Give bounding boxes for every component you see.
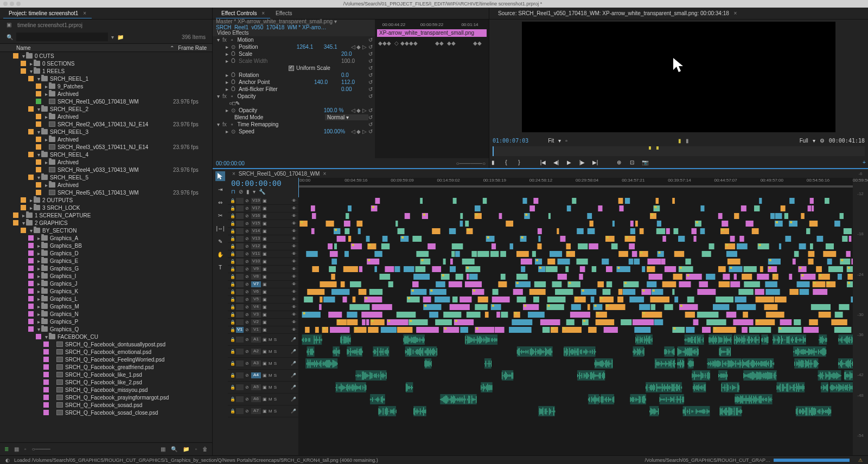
audio-track-header[interactable]: 🔒⊘A6▣MS🎤: [228, 394, 298, 405]
new-bin-icon[interactable]: 📁: [183, 446, 189, 452]
keyframe-icon[interactable]: ◇ ◆◆◆◆: [394, 40, 418, 46]
close-icon[interactable]: ×: [83, 10, 86, 16]
col-name[interactable]: Name: [16, 45, 170, 51]
close-icon[interactable]: ×: [323, 171, 326, 177]
disclosure-arrow-icon[interactable]: ▸: [28, 61, 34, 67]
close-icon[interactable]: ×: [261, 10, 265, 16]
fx-effect-header[interactable]: ▾fx▫Opacity↺: [213, 93, 375, 100]
tree-item[interactable]: SRCH_Q_Facebook_like_1.psd: [0, 371, 212, 378]
keyframe-icon[interactable]: ◆◆: [473, 40, 482, 46]
tree-item[interactable]: ▾BY_SECTION: [0, 227, 212, 234]
tree-item[interactable]: SRCH_Q_Facebook_FeelingWorried.psd: [0, 356, 212, 363]
disclosure-arrow-icon[interactable]: ▸: [36, 311, 41, 317]
video-track-header[interactable]: 🔒⊘V12▣👁: [228, 243, 298, 250]
source-timecode-in[interactable]: 01:00:07:03: [493, 138, 528, 144]
video-track-header[interactable]: 🔒⊘V6▣👁: [228, 288, 298, 296]
icon-view-icon[interactable]: ▦: [14, 446, 19, 452]
disclosure-arrow-icon[interactable]: ▾: [36, 152, 41, 158]
settings-icon[interactable]: ⚙: [820, 138, 825, 144]
warning-icon[interactable]: ⚠: [858, 457, 863, 463]
linked-selection-icon[interactable]: ⊘: [239, 189, 243, 195]
tree-item[interactable]: SRCH_Q_Facebook_sosad.psd: [0, 401, 212, 409]
marker-in-icon[interactable]: [649, 146, 651, 150]
video-track-header[interactable]: 🔒⊘V17▣👁: [228, 205, 298, 212]
video-track-header[interactable]: 🔒⊘V9▣👁: [228, 266, 298, 273]
tree-item[interactable]: SRCH_Reel1_v050_170418_WM23.976 fps: [0, 98, 212, 105]
tree-item[interactable]: ▸3 SRCH_LOCK: [0, 204, 212, 211]
disclosure-arrow-icon[interactable]: ▸: [36, 235, 41, 241]
disclosure-arrow-icon[interactable]: ▸: [36, 258, 41, 264]
snap-icon[interactable]: ⊓: [231, 189, 235, 195]
project-tree[interactable]: ▾0 CUTS▸0 SECTIONS▾1 REELS▾SRCH_REEL_1▸9…: [0, 52, 212, 442]
pen-tool[interactable]: ✎: [215, 236, 225, 246]
minimize-icon[interactable]: [10, 2, 14, 6]
source-ruler[interactable]: [493, 146, 865, 156]
disclosure-arrow-icon[interactable]: ▸: [28, 197, 34, 203]
fx-keyframe-row[interactable]: ◆◆◆ ◇ ◆◆◆◆ ◆◆ ◆◆ ◆◆: [375, 37, 489, 49]
add-marker-button[interactable]: ▮: [489, 158, 497, 166]
play-button[interactable]: ▶: [565, 158, 573, 166]
button-editor-icon[interactable]: +: [860, 158, 868, 166]
tree-item[interactable]: ▸Graphics_D: [0, 249, 212, 257]
tree-item[interactable]: ▸Graphics_A: [0, 234, 212, 242]
video-track-header[interactable]: 🔒⊘V19▣👁: [228, 197, 298, 205]
disclosure-arrow-icon[interactable]: ▸: [36, 319, 41, 325]
tree-item[interactable]: ▸Graphics_E: [0, 257, 212, 265]
disclosure-arrow-icon[interactable]: ▸: [36, 288, 41, 294]
settings-icon[interactable]: ▫: [565, 138, 567, 144]
fx-property-row[interactable]: ▸ÖRotation0.0↺: [213, 72, 375, 79]
tree-item[interactable]: ▸Graphics_K: [0, 287, 212, 295]
find-icon[interactable]: 🔍: [171, 446, 177, 452]
ripple-edit-tool[interactable]: ⇔: [215, 197, 225, 207]
export-frame-button[interactable]: 📷: [641, 158, 649, 166]
mark-in-button[interactable]: {: [502, 158, 510, 166]
video-track-header[interactable]: 🔒⊘V2▣👁: [228, 319, 298, 326]
tree-item[interactable]: ▸2 OUTPUTS: [0, 196, 212, 204]
audio-track-header[interactable]: 🔒⊘A7▣MS🎤: [228, 405, 298, 417]
fx-property-row[interactable]: ▸ÖScale Width100.0↺: [213, 57, 375, 65]
source-video[interactable]: [522, 22, 835, 132]
tree-item[interactable]: SRCH_Q_Facebook_greatfriend.psd: [0, 363, 212, 371]
tree-item[interactable]: ▸Archived: [0, 90, 212, 98]
tree-item[interactable]: ▾SRCH_REEL_5: [0, 173, 212, 181]
tree-item[interactable]: ▸Archived: [0, 136, 212, 143]
step-back-button[interactable]: ◀|: [552, 158, 560, 166]
tab-effects[interactable]: Effects: [270, 9, 297, 18]
step-forward-button[interactable]: |▶: [578, 158, 586, 166]
fx-property-row[interactable]: ▸⊙Position1264.1345.1◁ ◆ ▷ ↺: [213, 43, 375, 50]
tree-item[interactable]: ▸1 SCREEN_CAPTURE: [0, 211, 212, 219]
tree-item[interactable]: ▸Archived: [0, 158, 212, 166]
mark-out-button[interactable]: }: [515, 158, 523, 166]
tree-item[interactable]: ▸Archived: [0, 181, 212, 189]
disclosure-arrow-icon[interactable]: ▾: [36, 326, 41, 332]
sequence-tab[interactable]: SRCH_Reel1_v050_170418_WM: [239, 171, 320, 177]
disclosure-arrow-icon[interactable]: ▸: [36, 281, 41, 287]
keyframe-icon[interactable]: ◆◆: [447, 40, 456, 46]
marker-icon[interactable]: ▮: [246, 189, 250, 195]
close-icon[interactable]: ×: [734, 10, 737, 16]
keyframe-icon[interactable]: ◆◆◆: [378, 40, 391, 46]
fx-checkbox-row[interactable]: Uniform Scale↺: [213, 65, 375, 72]
disclosure-arrow-icon[interactable]: ▾: [21, 220, 26, 226]
tree-item[interactable]: SRCH_Q_Facebook_like_2.psd: [0, 378, 212, 386]
video-track-header[interactable]: 🔒⊘V14▣👁: [228, 228, 298, 235]
tree-item[interactable]: SRCH_Reel5_v051_170413_WM23.976 fps: [0, 189, 212, 196]
audio-track-header[interactable]: 🔒⊘A3▣MS🎤: [228, 358, 298, 370]
fx-clip-bar[interactable]: XP-arrow_white_transparent_small.png: [377, 29, 487, 37]
wrench-icon[interactable]: 🔧: [259, 189, 265, 195]
video-track-header[interactable]: 🔒⊘V10▣👁: [228, 258, 298, 266]
new-bin-icon[interactable]: 📁: [117, 34, 124, 40]
audio-track-header[interactable]: 🔒⊘A2▣MS🎤: [228, 346, 298, 358]
timeline-content[interactable]: [298, 197, 853, 455]
tree-item[interactable]: ▸Graphics_M: [0, 302, 212, 310]
tree-item[interactable]: ▸Graphics_I: [0, 272, 212, 280]
tree-item[interactable]: SRCH_Q_Facebook_missyou.psd: [0, 386, 212, 394]
tree-item[interactable]: SRCH_Q_Facebook_dontusuallypost.psd: [0, 340, 212, 348]
disclosure-arrow-icon[interactable]: ▸: [43, 83, 49, 89]
chevron-down-icon[interactable]: ▾: [558, 138, 561, 144]
tree-item[interactable]: SRCH_Q_Facebook_emotional.psd: [0, 348, 212, 356]
selection-tool[interactable]: [215, 171, 225, 181]
tree-item[interactable]: ▾Graphics_Q: [0, 325, 212, 333]
tree-item[interactable]: ▸0 SECTIONS: [0, 60, 212, 67]
tree-item[interactable]: ▸Graphics_BB: [0, 242, 212, 249]
